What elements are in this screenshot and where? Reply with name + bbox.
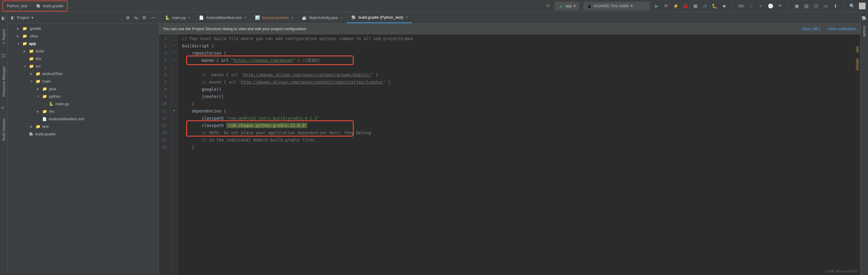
- project-tree[interactable]: ▶📁.gradle▶📁.idea▼📁app▶📁build📁libs▼📁src▶📁…: [8, 24, 158, 275]
- resource-manager-icon[interactable]: ◫: [813, 3, 819, 9]
- expand-all-icon[interactable]: ⇆: [134, 15, 138, 21]
- code-line[interactable]: // in the individual module build.gradle…: [182, 136, 860, 143]
- close-icon[interactable]: ×: [340, 15, 343, 20]
- fold-marker[interactable]: [171, 71, 178, 78]
- editor-tab[interactable]: 🐍main.py×: [161, 12, 195, 23]
- line-number[interactable]: 6: [162, 71, 166, 78]
- fold-marker[interactable]: [171, 114, 178, 121]
- line-number[interactable]: 8: [162, 85, 166, 93]
- code-line[interactable]: google(): [182, 85, 860, 93]
- code-editor[interactable]: 12345678910111213141516 ⊖⊖⊖▶ // Top-leve…: [159, 34, 860, 275]
- sync-icon[interactable]: ⬇: [833, 3, 838, 9]
- line-number[interactable]: 10: [162, 100, 166, 107]
- coverage-icon[interactable]: ▦: [693, 3, 698, 9]
- tree-item[interactable]: ▶📁.gradle: [8, 25, 158, 32]
- breadcrumb[interactable]: Python_test 〉 🐘 build.gradle: [2, 1, 68, 11]
- close-icon[interactable]: ×: [188, 15, 191, 20]
- code-line[interactable]: repositories {: [182, 49, 860, 57]
- gear-icon[interactable]: ⚙: [142, 15, 146, 21]
- code-line[interactable]: [182, 64, 860, 71]
- debug-icon[interactable]: 🐞: [683, 3, 688, 9]
- tree-arrow-icon[interactable]: ▼: [17, 42, 21, 45]
- select-opened-file-icon[interactable]: ⊕: [126, 15, 130, 21]
- close-icon[interactable]: ×: [406, 15, 408, 20]
- run-config-device[interactable]: 📱 HUAWEI TAS-AN00 ▾: [583, 2, 650, 10]
- tree-arrow-icon[interactable]: ▼: [24, 65, 27, 68]
- code-line[interactable]: classpath 'com.chaquo.python:gradle:12.0…: [182, 122, 860, 129]
- close-icon[interactable]: ×: [244, 15, 247, 20]
- sdk-manager-icon[interactable]: ▤: [804, 3, 809, 9]
- profiler-icon[interactable]: ◔: [702, 3, 708, 9]
- tree-item[interactable]: 📁libs: [8, 55, 158, 62]
- line-number[interactable]: 13: [162, 122, 166, 129]
- fold-marker[interactable]: [171, 100, 178, 107]
- tree-item[interactable]: ▶📁java: [8, 85, 158, 93]
- tree-arrow-icon[interactable]: ▶: [17, 27, 21, 30]
- tree-arrow-icon[interactable]: ▶: [37, 87, 40, 91]
- fold-marker[interactable]: [171, 78, 178, 85]
- code-line[interactable]: // maven { url 'http://maven.aliyun.com/…: [182, 71, 860, 78]
- fold-marker[interactable]: [171, 143, 178, 150]
- tree-item[interactable]: 🐍main.py: [8, 100, 158, 108]
- search-icon[interactable]: 🔍: [849, 3, 855, 9]
- tree-arrow-icon[interactable]: ▼: [37, 95, 40, 98]
- code-line[interactable]: // NOTE: Do not place your application d…: [182, 129, 860, 136]
- editor-tab[interactable]: 🐘build.gradle (Python_test)×: [347, 12, 412, 23]
- left-tab-build-variants[interactable]: Build Variants: [2, 115, 6, 143]
- line-number-gutter[interactable]: 12345678910111213141516: [159, 34, 171, 275]
- fold-marker[interactable]: ▶: [171, 107, 178, 114]
- close-icon[interactable]: ×: [291, 15, 294, 20]
- tree-item[interactable]: ▼📁src: [8, 62, 158, 70]
- apply-changes-icon[interactable]: ⚡: [673, 3, 679, 9]
- line-number[interactable]: 1: [162, 35, 166, 42]
- avatar-icon[interactable]: [859, 3, 866, 9]
- code-line[interactable]: }: [182, 143, 860, 151]
- hammer-icon[interactable]: ⚒: [545, 3, 551, 9]
- tree-arrow-icon[interactable]: ▶: [30, 125, 34, 128]
- right-tab-gradle[interactable]: Gradle: [862, 24, 867, 39]
- line-number[interactable]: 9: [162, 93, 166, 100]
- git-history-icon[interactable]: 🕓: [768, 3, 773, 9]
- code-line[interactable]: // Top-level build file where you can ad…: [182, 35, 860, 42]
- line-number[interactable]: 15: [162, 136, 166, 143]
- code-content[interactable]: // Top-level build file where you can ad…: [178, 34, 860, 275]
- code-line[interactable]: }: [182, 100, 860, 107]
- breadcrumb-file[interactable]: build.gradle: [43, 4, 63, 8]
- fold-marker[interactable]: [171, 92, 178, 100]
- tree-item[interactable]: ▶📁.idea: [8, 32, 158, 40]
- editor-tab[interactable]: 📊local.properties×: [251, 12, 298, 23]
- hide-icon[interactable]: —: [151, 15, 155, 21]
- fold-gutter[interactable]: ⊖⊖⊖▶: [171, 34, 178, 275]
- fold-marker[interactable]: [171, 121, 178, 129]
- left-tab-project[interactable]: 1: Project: [2, 26, 6, 47]
- avd-manager-icon[interactable]: ▣: [794, 3, 800, 9]
- tree-item[interactable]: ▶📁test: [8, 123, 158, 130]
- fold-marker[interactable]: ⊖: [171, 49, 178, 56]
- tree-item[interactable]: 📄AndroidManifest.xml: [8, 115, 158, 123]
- git-update-icon[interactable]: ✓: [748, 3, 754, 9]
- fold-marker[interactable]: ⊖: [171, 56, 178, 63]
- fold-marker[interactable]: [171, 129, 178, 136]
- tree-item[interactable]: 🐘build.gradle: [8, 130, 158, 138]
- tree-item[interactable]: ▶📁androidTest: [8, 70, 158, 77]
- code-line[interactable]: // maven { url 'http://maven.aliyun.com/…: [182, 78, 860, 85]
- line-number[interactable]: 3: [162, 49, 166, 57]
- banner-hide-link[interactable]: Hide notification: [828, 27, 856, 31]
- run-icon[interactable]: ▶: [654, 3, 659, 9]
- fold-marker[interactable]: [171, 136, 178, 143]
- line-number[interactable]: 11: [162, 107, 166, 114]
- left-tab-resource-manager[interactable]: Resource Manager: [2, 63, 6, 100]
- build-variants-tool-icon[interactable]: ≡: [1, 105, 6, 110]
- apply-changes-activity-icon[interactable]: ⟳: [664, 3, 669, 9]
- line-number[interactable]: 5: [162, 64, 166, 71]
- tree-arrow-icon[interactable]: ▶: [37, 110, 40, 113]
- editor-tab[interactable]: 📄AndroidManifest.xml×: [195, 12, 250, 23]
- tree-item[interactable]: ▼📁main: [8, 77, 158, 85]
- code-line[interactable]: classpath "com.android.tools.build:gradl…: [182, 114, 860, 122]
- breadcrumb-project[interactable]: Python_test: [7, 4, 28, 8]
- tree-item[interactable]: ▶📁res: [8, 108, 158, 115]
- project-panel-title[interactable]: Project: [17, 15, 29, 20]
- tree-arrow-icon[interactable]: ▶: [24, 49, 27, 53]
- attach-debugger-icon[interactable]: 🐛: [712, 3, 717, 9]
- tree-arrow-icon[interactable]: ▶: [17, 34, 21, 38]
